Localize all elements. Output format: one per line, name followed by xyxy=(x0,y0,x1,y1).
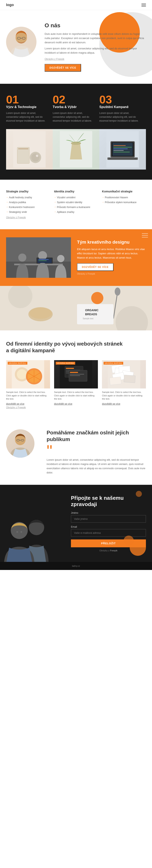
svg-text:ORGANIC: ORGANIC xyxy=(85,309,99,312)
svg-text:Sample text: Sample text xyxy=(83,317,94,320)
email-input[interactable] xyxy=(71,529,146,536)
service-list-3: Positionování hlasem Průvodce stylem kom… xyxy=(102,195,146,205)
service-list-item: Analýza publika xyxy=(6,200,50,205)
portfolio-desc-3: Sample text. Click to select the text bo… xyxy=(102,391,146,401)
portfolio-link-3[interactable]: dozvědět se více xyxy=(102,402,120,405)
svg-marker-12 xyxy=(70,143,82,159)
services-cards: Strategie značky Audit hodnoty značky An… xyxy=(6,190,146,214)
creative-description: Elit aliquam lacus et arcu lectus. Risib… xyxy=(77,247,146,260)
step-number-1: 01 xyxy=(6,94,49,105)
service-list-item: Strategický směr xyxy=(6,210,50,214)
newsletter-freepik-link[interactable]: Freepik xyxy=(110,549,118,552)
step-number-3: 03 xyxy=(99,94,142,105)
svg-rect-73 xyxy=(109,377,121,385)
about-paragraph1: Duis aute irure dolor in reprehenderit i… xyxy=(45,32,146,44)
person-avatar xyxy=(6,27,36,57)
svg-rect-24 xyxy=(113,152,130,152)
brands-person-avatar xyxy=(6,429,34,458)
brands-description: Lorem ipsum dolor sit amet, consectetur … xyxy=(47,458,146,475)
quote-mark: " xyxy=(47,446,146,456)
decorative-dashes xyxy=(142,233,148,238)
portfolio-desc-2: Sample text. Click to select the text bo… xyxy=(54,391,98,401)
svg-rect-34 xyxy=(39,259,49,260)
footer: ladny.cz xyxy=(0,562,152,570)
step-desc-2: Lorem ipsum dolor sit amet, consectetur … xyxy=(53,111,95,123)
svg-point-42 xyxy=(115,287,120,296)
service-card-2: Identita značky Vizuální umístění Systém… xyxy=(54,190,98,214)
svg-point-40 xyxy=(29,308,52,319)
step-images-row xyxy=(6,129,146,169)
svg-rect-63 xyxy=(70,372,78,373)
service-list-item: Vizuální umístění xyxy=(54,195,98,200)
service-list-item: Audit hodnoty značky xyxy=(6,195,50,200)
portfolio-link-1[interactable]: dozvědět se více xyxy=(6,402,24,405)
svg-rect-64 xyxy=(70,374,84,374)
svg-rect-22 xyxy=(113,149,128,149)
newsletter-title: Připojte se k našemu zpravodaji xyxy=(71,495,146,507)
service-card-1: Strategie značky Audit hodnoty značky An… xyxy=(6,190,50,214)
portfolio-badge-3: UKÁZKA NÁPISU xyxy=(104,362,123,365)
service-list-2: Vizuální umístění Systém vizuální identi… xyxy=(54,195,98,214)
about-text-block: O nás Duis aute irure dolor in reprehend… xyxy=(45,22,146,72)
newsletter-section: Připojte se k našemu zpravodaji Jméno Em… xyxy=(0,485,152,562)
step-title-2: Tvorba & Výběr xyxy=(53,105,95,109)
product-section: ORGANIC BREADS Sample text xyxy=(0,286,152,331)
creative-section: Tým kreativního designu Elit aliquam lac… xyxy=(0,229,152,286)
service-list-item: Positionování hlasem xyxy=(102,195,146,200)
service-list-item: Konkurenční hodnocení xyxy=(6,205,50,210)
portfolio-badge-1: UKÁZKA NÁPISU xyxy=(8,362,27,365)
about-paragraph2: Lorem ipsum dolor sit amet, consectetur … xyxy=(45,46,146,55)
svg-rect-65 xyxy=(70,375,80,376)
step-title-3: Spuštění Kampaně xyxy=(99,105,142,109)
svg-rect-7 xyxy=(18,148,28,149)
portfolio-item-3: UKÁZKA NÁPISU Sample text. Click to sele… xyxy=(102,360,146,405)
service-title-3: Komunikační strategie xyxy=(102,190,146,193)
service-list-1: Audit hodnoty značky Analýza publika Kon… xyxy=(6,195,50,214)
portfolio-link-2[interactable]: dozvědět se více xyxy=(54,402,72,405)
steps-grid: 01 Výzv & Technologie Lorem ipsum dolor … xyxy=(6,94,146,123)
creative-freepik-link[interactable]: Obrázky z Freepik xyxy=(77,273,95,275)
service-card-3: Komunikační strategie Positionování hlas… xyxy=(102,190,146,214)
svg-point-10 xyxy=(36,155,38,157)
svg-rect-58 xyxy=(66,368,74,369)
service-list-item: Průvodce stylem komunikace xyxy=(102,200,146,205)
about-title: O nás xyxy=(45,22,146,29)
svg-rect-35 xyxy=(39,260,47,261)
step-desc-3: Lorem ipsum dolor sit amet, consectetur … xyxy=(99,111,142,123)
digital-freepik-link[interactable]: Obrázky z Freepik xyxy=(6,406,26,409)
hamburger-menu[interactable] xyxy=(142,4,146,6)
creative-team-image xyxy=(6,237,71,278)
svg-text:BREADS: BREADS xyxy=(85,313,97,316)
step-image-3 xyxy=(99,129,146,169)
step-number-2: 02 xyxy=(53,94,95,105)
portfolio-image-3: UKÁZKA NÁPISU xyxy=(102,360,146,389)
about-cta-button[interactable]: DOZVĚDĚT SE VÍCE xyxy=(45,64,81,72)
step-item-3: 03 Spuštění Kampaně Lorem ipsum dolor si… xyxy=(99,94,146,123)
step-desc-1: Lorem ipsum dolor sit amet, consectetur … xyxy=(6,111,49,123)
svg-rect-20 xyxy=(113,145,126,146)
portfolio-item-2: UKÁZKA NÁPISU Sample text. Click to sele… xyxy=(54,360,98,405)
svg-point-32 xyxy=(57,255,65,262)
service-title-2: Identita značky xyxy=(54,190,98,193)
portfolio-item-1: UKÁZKA NÁPISU Sample text. Click to sele… xyxy=(6,360,50,405)
name-input[interactable] xyxy=(71,515,146,523)
brands-person-block xyxy=(6,429,39,458)
about-freepik-link[interactable]: Obrázky z Freepik xyxy=(45,58,64,61)
services-freepik-link[interactable]: Obrázky z Freepik xyxy=(6,216,26,219)
svg-rect-72 xyxy=(124,375,135,383)
creative-cta-button[interactable]: DOZVĚDĚT SE VÍCE xyxy=(77,263,113,271)
brands-section: Pomáháme značkám oslnit jejich publikum … xyxy=(0,419,152,485)
service-title-1: Strategie značky xyxy=(6,190,50,193)
step-title-1: Výzv & Technologie xyxy=(6,105,49,109)
team-photo xyxy=(6,237,71,278)
digital-title: Od firemní identity po vývoj webových st… xyxy=(6,341,124,354)
portfolio-badge-2: UKÁZKA NÁPISU xyxy=(56,362,75,365)
navigation xyxy=(142,4,146,6)
service-list-item: Systém vizuální identity xyxy=(54,200,98,205)
svg-point-50 xyxy=(17,369,27,379)
email-field-group: Email xyxy=(71,525,146,536)
about-person-image xyxy=(6,27,36,67)
steps-section: 01 Výzv & Technologie Lorem ipsum dolor … xyxy=(0,84,152,180)
about-section: O nás Duis aute irure dolor in reprehend… xyxy=(0,10,152,84)
brands-text-block: Pomáháme značkám oslnit jejich publikum … xyxy=(47,429,146,475)
